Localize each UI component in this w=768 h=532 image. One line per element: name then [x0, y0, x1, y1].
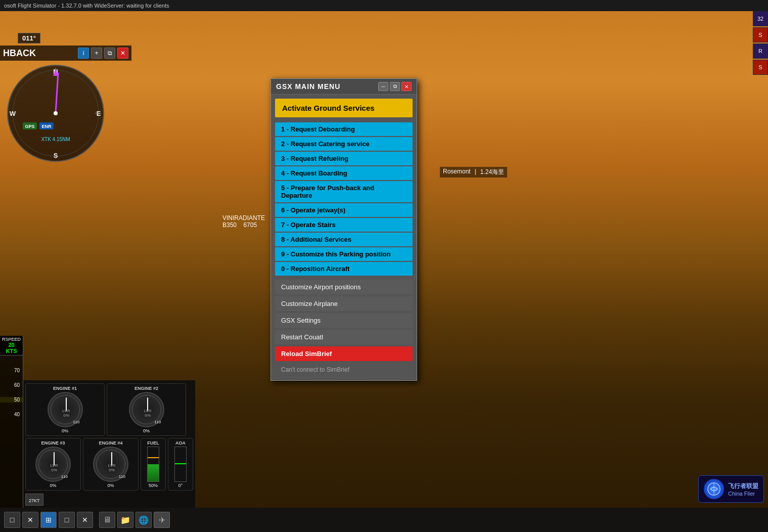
engine2-label: ENGINE #2 [109, 386, 184, 391]
title-bar: osoft Flight Simulator - 1.32.7.0 with W… [0, 0, 768, 11]
fuel-gauge: FUEL 50% [141, 438, 166, 491]
airport-name: Rosemont [443, 168, 471, 176]
speed-70: 70 [0, 368, 23, 373]
svg-text:LVR: LVR [144, 409, 151, 413]
taskbar-icon-2[interactable]: 📁 [117, 512, 133, 528]
compass-widget: 011° HBACK i + ⧉ ✕ N E S W [0, 15, 131, 166]
taskbar-btn-5[interactable]: ✕ [77, 512, 93, 528]
fuel-bar [147, 447, 159, 482]
compass-close-btn[interactable]: ✕ [117, 48, 128, 59]
aircraft-info: VINIRADIANTE B350 6705 [222, 214, 265, 229]
watermark: 飞行者联盟 China Flier [698, 475, 764, 503]
engine3-label: ENGINE #3 [28, 440, 78, 446]
aoa-label: AOA [170, 440, 191, 446]
engine3-dial: LVR 0% 110 [35, 447, 71, 482]
engine1-dial: LVR 0% 110 [48, 392, 83, 427]
gsx-menu-item-3[interactable]: 3 - Request Refueling [275, 152, 413, 165]
gsx-menu-item-6[interactable]: 6 - Operate jetway(s) [275, 203, 413, 217]
gsx-menu-item-1[interactable]: 1 - Request Deboarding [275, 122, 413, 136]
aircraft-type: B350 [222, 221, 237, 229]
right-panel: 32 S R S [753, 11, 768, 76]
svg-text:0%: 0% [63, 413, 69, 418]
instruments-panel: ENGINE #1 LVR 0% 110 0% ENGINE #2 LVR 0% [23, 380, 195, 508]
gsx-popout-btn[interactable]: ⧉ [390, 82, 400, 91]
aoa-bar [174, 447, 187, 482]
speed-40: 40 [0, 412, 23, 417]
svg-text:0%: 0% [145, 413, 151, 418]
taskbar-icon-1[interactable]: 🖥 [99, 512, 115, 528]
gsx-menu: GSX MAIN MENU ─ ⧉ ✕ Activate Ground Serv… [270, 78, 417, 381]
compass-popout-btn[interactable]: ⧉ [104, 48, 115, 59]
gsx-menu-item-5[interactable]: 5 - Prepare for Push-back and Departure [275, 181, 413, 202]
speed-50: 50 [0, 397, 23, 403]
right-panel-item-1: 32 [753, 11, 768, 26]
gsx-customize-airport-btn[interactable]: Customize Airport positions [275, 280, 413, 294]
gsx-cant-connect-text: Can't connect to SimBrief [275, 363, 413, 376]
compass-title: HBACK [3, 48, 76, 59]
gsx-customize-airplane-btn[interactable]: Customize Airplane [275, 296, 413, 311]
gsx-settings-btn[interactable]: GSX Settings [275, 313, 413, 328]
gsx-menu-item-0[interactable]: 0 - Reposition Aircraft [275, 262, 413, 276]
engine3-gauge: ENGINE #3 LVR 0% 110 0% [25, 438, 81, 491]
gsx-close-btn[interactable]: ✕ [401, 82, 412, 91]
taskbar-icon-3[interactable]: 🌐 [135, 512, 152, 528]
gsx-reload-simbrief-btn[interactable]: Reload SimBrief [275, 346, 413, 361]
airport-dist: 1.24海里 [480, 168, 504, 176]
engine4-label: ENGINE #4 [85, 440, 136, 446]
svg-text:LVR: LVR [62, 409, 70, 413]
right-panel-item-3: R [753, 43, 768, 59]
gsx-menu-item-8[interactable]: 8 - Additional Services [275, 233, 413, 246]
speed-tape: RSPEED 20 KTS 70 60 50 40 [0, 336, 23, 508]
ground-speed-label: 27KT [29, 498, 40, 503]
svg-text:0%: 0% [109, 468, 115, 472]
engine2-pct: 0% [109, 428, 184, 433]
speed-tape-label: RSPEED [2, 337, 21, 342]
watermark-text: 飞行者联盟 China Flier [728, 482, 758, 497]
watermark-line1: 飞行者联盟 [728, 482, 758, 491]
aoa-indicator [175, 463, 186, 464]
speed-tape-value: 20 KTS [2, 342, 21, 354]
watermark-line2: China Flier [728, 491, 758, 497]
heading-display: 011° [18, 33, 40, 43]
engine1-label: ENGINE #1 [28, 386, 102, 391]
airport-label: Rosemont | 1.24海里 [440, 167, 507, 178]
taskbar-btn-1[interactable]: □ [4, 512, 20, 528]
gsx-title-text: GSX MAIN MENU [276, 82, 377, 91]
engine1-gauge: ENGINE #1 LVR 0% 110 0% [25, 383, 105, 436]
ground-speed-display: 27KT [25, 494, 43, 506]
gsx-menu-item-2[interactable]: 2 - Request Catering service [275, 137, 413, 151]
gsx-restart-couatl-btn[interactable]: Restart Couatl [275, 330, 413, 344]
taskbar-btn-3[interactable]: ⊞ [40, 512, 57, 528]
right-panel-item-2: S [753, 27, 768, 42]
taskbar-btn-4[interactable]: □ [59, 512, 75, 528]
engine4-gauge: ENGINE #4 LVR 0% 110 0% [83, 438, 139, 491]
gsx-menu-item-9[interactable]: 9 - Customize this Parking position [275, 247, 413, 261]
taskbar: □ ✕ ⊞ □ ✕ 🖥 📁 🌐 ✈ [0, 508, 768, 532]
fuel-label: FUEL [143, 440, 163, 446]
engine3-pct: 0% [28, 483, 78, 488]
gsx-minimize-btn[interactable]: ─ [378, 82, 388, 91]
engine2-dial: LVR 0% 110 [129, 392, 164, 427]
gsx-activate-button[interactable]: Activate Ground Services [275, 99, 413, 117]
engine1-val: 110 [73, 420, 79, 424]
right-panel-item-4: S [753, 60, 768, 75]
svg-text:LVR: LVR [51, 463, 58, 468]
gsx-menu-item-7[interactable]: 7 - Operate Stairs [275, 218, 413, 232]
aircraft-altitude: 6705 [243, 221, 257, 229]
svg-text:ENR: ENR [41, 124, 52, 129]
svg-point-12 [54, 111, 58, 115]
fuel-pct: 50% [143, 483, 163, 488]
compass-info-btn[interactable]: i [78, 48, 89, 59]
taskbar-btn-2[interactable]: ✕ [22, 512, 38, 528]
engine1-pct: 0% [28, 428, 102, 433]
compass-add-btn[interactable]: + [91, 48, 102, 59]
aircraft-registration: VINIRADIANTE [222, 214, 265, 221]
engine4-val: 110 [119, 474, 125, 479]
engine4-pct: 0% [85, 483, 136, 488]
svg-text:XTK 4.15NM: XTK 4.15NM [41, 137, 70, 142]
speed-60: 60 [0, 382, 23, 388]
taskbar-icons: 🖥 📁 🌐 ✈ [99, 512, 170, 528]
taskbar-icon-4[interactable]: ✈ [154, 512, 170, 528]
gsx-menu-item-4[interactable]: 4 - Request Boarding [275, 166, 413, 180]
engine2-gauge: ENGINE #2 LVR 0% 110 0% [107, 383, 186, 436]
